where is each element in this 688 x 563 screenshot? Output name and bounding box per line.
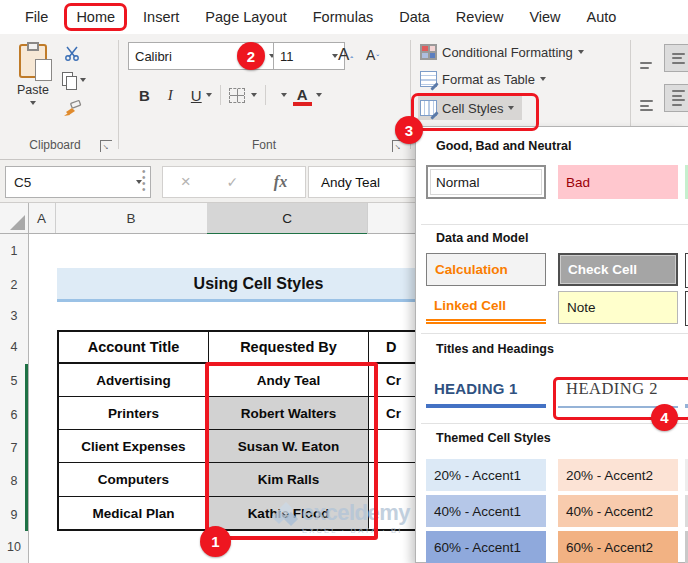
- align-left-button[interactable]: [640, 88, 653, 111]
- cell-b5[interactable]: Advertising: [59, 364, 209, 397]
- borders-button-icon[interactable]: [229, 88, 245, 103]
- style-check-cell[interactable]: Check Cell: [558, 253, 678, 286]
- font-size-combobox[interactable]: 11: [273, 42, 345, 70]
- cell-b8[interactable]: Computers: [59, 463, 209, 497]
- enter-icon[interactable]: ✓: [226, 174, 238, 190]
- row-header-5[interactable]: 5: [0, 364, 29, 399]
- tab-view[interactable]: View: [516, 9, 573, 25]
- style-note[interactable]: Note: [558, 291, 678, 324]
- sheet-title-cell[interactable]: Using Cell Styles: [57, 268, 460, 302]
- font-color-caret[interactable]: [316, 93, 322, 97]
- fill-color-caret[interactable]: [281, 93, 287, 97]
- select-all-triangle-icon: [10, 215, 25, 230]
- conditional-formatting-button[interactable]: Conditional Formatting: [420, 44, 584, 60]
- table-row: Medical Plan Kathie Flood: [59, 497, 464, 529]
- center-align-button[interactable]: [664, 84, 688, 112]
- cell-c8-selected[interactable]: Kim Ralls: [209, 463, 369, 497]
- italic-button[interactable]: I: [159, 87, 182, 104]
- step-badge-1: 1: [200, 526, 231, 557]
- row-header-7[interactable]: 7: [0, 431, 29, 465]
- name-box[interactable]: C5: [5, 166, 151, 198]
- bold-button[interactable]: B: [130, 87, 159, 104]
- style-60-accent2[interactable]: 60% - Accent2: [558, 531, 678, 563]
- cell-b6[interactable]: Printers: [59, 397, 209, 430]
- style-linked-cell[interactable]: Linked Cell: [426, 291, 546, 324]
- cell-b9[interactable]: Medical Plan: [59, 497, 209, 529]
- style-heading-2[interactable]: HEADING 2: [558, 372, 678, 408]
- middle-align-button[interactable]: [664, 44, 688, 72]
- selection-bar: [25, 498, 28, 531]
- underline-caret[interactable]: [206, 93, 212, 97]
- grow-font-letter: A: [338, 45, 349, 65]
- insert-function-icon[interactable]: fx: [274, 173, 287, 191]
- row-header-9[interactable]: 9: [0, 498, 29, 532]
- style-calculation[interactable]: Calculation: [426, 253, 546, 286]
- tab-data[interactable]: Data: [386, 9, 443, 25]
- cell-c7-selected[interactable]: Susan W. Eaton: [209, 430, 369, 463]
- formula-value: Andy Teal: [321, 175, 380, 190]
- name-box-value: C5: [14, 175, 31, 190]
- column-header-a[interactable]: A: [28, 203, 56, 233]
- paste-button[interactable]: Paste: [10, 42, 56, 130]
- tab-home[interactable]: Home: [76, 9, 115, 25]
- formula-bar-grip[interactable]: ••••: [142, 169, 146, 193]
- row-header-label: 8: [11, 474, 18, 488]
- format-painter-button[interactable]: [62, 100, 82, 122]
- cut-button[interactable]: [64, 46, 80, 65]
- center-align-icon: [672, 90, 685, 106]
- tab-insert[interactable]: Insert: [130, 9, 192, 25]
- column-header-c[interactable]: C: [207, 203, 368, 236]
- row-header-2[interactable]: 2: [0, 268, 29, 303]
- tab-formulas[interactable]: Formulas: [300, 9, 386, 25]
- style-bad[interactable]: Bad: [558, 165, 678, 199]
- row-header-3[interactable]: 3: [0, 302, 29, 331]
- borders-caret[interactable]: [251, 93, 257, 97]
- copy-button[interactable]: [62, 72, 86, 88]
- style-60-accent1[interactable]: 60% - Accent1: [426, 531, 546, 563]
- cell-c6-selected[interactable]: Robert Walters: [209, 397, 369, 430]
- row-header-1[interactable]: 1: [0, 234, 29, 269]
- header-account-title[interactable]: Account Title: [59, 332, 209, 364]
- copy-icon: [62, 72, 75, 88]
- row-header-6[interactable]: 6: [0, 398, 29, 432]
- header-requested-by[interactable]: Requested By: [209, 332, 369, 364]
- tab-file[interactable]: File: [12, 9, 61, 25]
- selection-bar: [25, 431, 28, 464]
- shrink-font-button[interactable]: Aˇ: [366, 47, 379, 63]
- scissors-icon: [64, 46, 80, 61]
- cell-c5-active[interactable]: Andy Teal: [209, 364, 369, 397]
- cell-b7[interactable]: Client Expenses: [59, 430, 209, 463]
- underline-button[interactable]: U: [182, 87, 206, 104]
- font-color-button[interactable]: A: [293, 86, 312, 104]
- selection-bar: [25, 398, 28, 431]
- selection-bar: [25, 464, 28, 498]
- grow-font-button[interactable]: Aˆ: [338, 45, 353, 65]
- format-painter-icon: [62, 100, 82, 118]
- format-as-table-button[interactable]: Format as Table: [420, 71, 546, 87]
- style-20-accent2[interactable]: 20% - Accent2: [558, 459, 678, 491]
- formula-buttons: × ✓ fx: [162, 166, 306, 198]
- row-header-10[interactable]: 10: [0, 531, 29, 563]
- tab-page-layout[interactable]: Page Layout: [192, 9, 299, 25]
- select-all-button[interactable]: [0, 203, 29, 233]
- row-header-4[interactable]: 4: [0, 330, 29, 365]
- column-header-b[interactable]: B: [55, 203, 208, 233]
- top-align-button[interactable]: [640, 50, 652, 69]
- clipboard-dialog-launcher-icon[interactable]: →: [100, 140, 112, 152]
- conditional-formatting-caret: [578, 50, 584, 54]
- cell-c9-selected[interactable]: Kathie Flood: [209, 497, 369, 529]
- style-40-accent2[interactable]: 40% - Accent2: [558, 495, 678, 527]
- conditional-formatting-label: Conditional Formatting: [442, 45, 573, 60]
- style-20-accent1[interactable]: 20% - Accent1: [426, 459, 546, 491]
- style-heading-1[interactable]: HEADING 1: [426, 372, 546, 408]
- section-data-and-model: Data and Model: [436, 231, 528, 245]
- cell-styles-button[interactable]: Cell Styles: [418, 96, 522, 120]
- cancel-icon[interactable]: ×: [181, 172, 191, 192]
- tab-review[interactable]: Review: [443, 9, 517, 25]
- row-header-8[interactable]: 8: [0, 464, 29, 499]
- font-name-value: Calibri: [135, 49, 172, 64]
- table-row: Computers Kim Ralls: [59, 463, 464, 497]
- style-40-accent1[interactable]: 40% - Accent1: [426, 495, 546, 527]
- tab-automate[interactable]: Auto: [574, 9, 630, 25]
- style-normal[interactable]: Normal: [426, 165, 546, 199]
